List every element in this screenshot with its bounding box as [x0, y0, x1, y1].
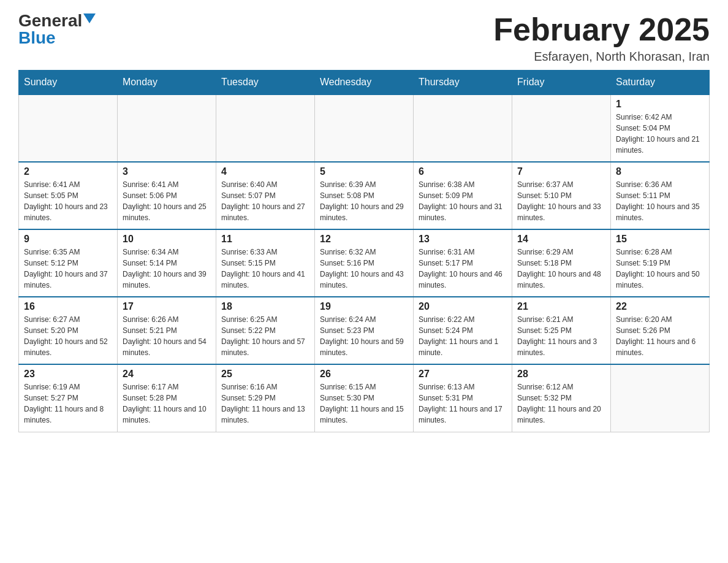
calendar-week-row: 2Sunrise: 6:41 AM Sunset: 5:05 PM Daylig…	[19, 162, 710, 229]
day-info: Sunrise: 6:33 AM Sunset: 5:15 PM Dayligh…	[221, 247, 309, 291]
calendar-day-cell: 24Sunrise: 6:17 AM Sunset: 5:28 PM Dayli…	[118, 364, 216, 432]
day-number: 3	[123, 166, 211, 177]
day-number: 10	[123, 234, 211, 245]
day-info: Sunrise: 6:38 AM Sunset: 5:09 PM Dayligh…	[419, 179, 507, 223]
calendar-day-cell: 22Sunrise: 6:20 AM Sunset: 5:26 PM Dayli…	[611, 297, 710, 364]
calendar-day-cell: 18Sunrise: 6:25 AM Sunset: 5:22 PM Dayli…	[216, 297, 315, 364]
calendar-day-cell: 28Sunrise: 6:12 AM Sunset: 5:32 PM Dayli…	[512, 364, 611, 432]
calendar-week-row: 1Sunrise: 6:42 AM Sunset: 5:04 PM Daylig…	[19, 94, 710, 162]
day-info: Sunrise: 6:29 AM Sunset: 5:18 PM Dayligh…	[517, 247, 605, 291]
day-info: Sunrise: 6:20 AM Sunset: 5:26 PM Dayligh…	[616, 314, 704, 358]
calendar-day-cell	[414, 94, 512, 162]
calendar-day-cell: 11Sunrise: 6:33 AM Sunset: 5:15 PM Dayli…	[216, 229, 315, 297]
day-info: Sunrise: 6:16 AM Sunset: 5:29 PM Dayligh…	[221, 381, 309, 426]
calendar-day-header: Friday	[512, 71, 611, 95]
day-info: Sunrise: 6:25 AM Sunset: 5:22 PM Dayligh…	[221, 314, 309, 358]
day-number: 26	[320, 369, 408, 380]
day-number: 19	[320, 301, 408, 312]
day-info: Sunrise: 6:39 AM Sunset: 5:08 PM Dayligh…	[320, 179, 408, 223]
day-info: Sunrise: 6:28 AM Sunset: 5:19 PM Dayligh…	[616, 247, 704, 291]
day-info: Sunrise: 6:13 AM Sunset: 5:31 PM Dayligh…	[419, 381, 507, 426]
day-number: 6	[419, 166, 507, 177]
day-number: 16	[24, 301, 112, 312]
calendar-day-cell	[512, 94, 611, 162]
day-number: 27	[419, 369, 507, 380]
day-info: Sunrise: 6:17 AM Sunset: 5:28 PM Dayligh…	[123, 381, 211, 426]
calendar-day-cell: 25Sunrise: 6:16 AM Sunset: 5:29 PM Dayli…	[216, 364, 315, 432]
day-number: 18	[221, 301, 309, 312]
calendar-day-header: Sunday	[19, 71, 118, 95]
calendar-day-cell: 19Sunrise: 6:24 AM Sunset: 5:23 PM Dayli…	[315, 297, 414, 364]
day-info: Sunrise: 6:42 AM Sunset: 5:04 PM Dayligh…	[616, 112, 704, 156]
day-number: 14	[517, 234, 605, 245]
calendar-day-cell: 6Sunrise: 6:38 AM Sunset: 5:09 PM Daylig…	[414, 162, 512, 229]
calendar-day-cell: 8Sunrise: 6:36 AM Sunset: 5:11 PM Daylig…	[611, 162, 710, 229]
day-number: 9	[24, 234, 112, 245]
logo-general-text: General	[18, 12, 82, 29]
month-title: February 2025	[493, 12, 710, 47]
calendar-day-cell: 23Sunrise: 6:19 AM Sunset: 5:27 PM Dayli…	[19, 364, 118, 432]
calendar-day-header: Tuesday	[216, 71, 315, 95]
calendar-day-header: Wednesday	[315, 71, 414, 95]
calendar-header-row: SundayMondayTuesdayWednesdayThursdayFrid…	[19, 71, 710, 95]
day-number: 28	[517, 369, 605, 380]
calendar-week-row: 16Sunrise: 6:27 AM Sunset: 5:20 PM Dayli…	[19, 297, 710, 364]
page-header: General Blue February 2025 Esfarayen, No…	[18, 12, 710, 64]
day-info: Sunrise: 6:40 AM Sunset: 5:07 PM Dayligh…	[221, 179, 309, 223]
calendar-day-header: Saturday	[611, 71, 710, 95]
day-info: Sunrise: 6:31 AM Sunset: 5:17 PM Dayligh…	[419, 247, 507, 291]
calendar-day-cell: 3Sunrise: 6:41 AM Sunset: 5:06 PM Daylig…	[118, 162, 216, 229]
day-number: 2	[24, 166, 112, 177]
calendar-table: SundayMondayTuesdayWednesdayThursdayFrid…	[18, 70, 710, 432]
calendar-day-cell: 4Sunrise: 6:40 AM Sunset: 5:07 PM Daylig…	[216, 162, 315, 229]
day-info: Sunrise: 6:35 AM Sunset: 5:12 PM Dayligh…	[24, 247, 112, 291]
day-info: Sunrise: 6:22 AM Sunset: 5:24 PM Dayligh…	[419, 314, 507, 358]
day-number: 4	[221, 166, 309, 177]
calendar-day-cell	[216, 94, 315, 162]
day-number: 23	[24, 369, 112, 380]
day-info: Sunrise: 6:36 AM Sunset: 5:11 PM Dayligh…	[616, 179, 704, 223]
logo-blue-text: Blue	[18, 29, 56, 47]
calendar-day-cell: 10Sunrise: 6:34 AM Sunset: 5:14 PM Dayli…	[118, 229, 216, 297]
calendar-day-header: Thursday	[414, 71, 512, 95]
calendar-day-cell: 9Sunrise: 6:35 AM Sunset: 5:12 PM Daylig…	[19, 229, 118, 297]
logo-triangle-icon	[83, 13, 96, 23]
calendar-day-cell: 2Sunrise: 6:41 AM Sunset: 5:05 PM Daylig…	[19, 162, 118, 229]
calendar-day-cell: 21Sunrise: 6:21 AM Sunset: 5:25 PM Dayli…	[512, 297, 611, 364]
day-number: 15	[616, 234, 704, 245]
day-number: 11	[221, 234, 309, 245]
day-info: Sunrise: 6:34 AM Sunset: 5:14 PM Dayligh…	[123, 247, 211, 291]
location-subtitle: Esfarayen, North Khorasan, Iran	[493, 50, 710, 64]
day-number: 12	[320, 234, 408, 245]
calendar-day-header: Monday	[118, 71, 216, 95]
day-number: 7	[517, 166, 605, 177]
day-info: Sunrise: 6:24 AM Sunset: 5:23 PM Dayligh…	[320, 314, 408, 358]
day-number: 22	[616, 301, 704, 312]
day-info: Sunrise: 6:19 AM Sunset: 5:27 PM Dayligh…	[24, 381, 112, 426]
day-info: Sunrise: 6:32 AM Sunset: 5:16 PM Dayligh…	[320, 247, 408, 291]
day-number: 13	[419, 234, 507, 245]
calendar-day-cell	[315, 94, 414, 162]
day-info: Sunrise: 6:37 AM Sunset: 5:10 PM Dayligh…	[517, 179, 605, 223]
day-info: Sunrise: 6:41 AM Sunset: 5:05 PM Dayligh…	[24, 179, 112, 223]
logo: General Blue	[18, 12, 96, 47]
day-info: Sunrise: 6:41 AM Sunset: 5:06 PM Dayligh…	[123, 179, 211, 223]
calendar-day-cell: 16Sunrise: 6:27 AM Sunset: 5:20 PM Dayli…	[19, 297, 118, 364]
day-number: 25	[221, 369, 309, 380]
calendar-day-cell: 1Sunrise: 6:42 AM Sunset: 5:04 PM Daylig…	[611, 94, 710, 162]
day-number: 21	[517, 301, 605, 312]
day-number: 5	[320, 166, 408, 177]
calendar-day-cell	[611, 364, 710, 432]
day-info: Sunrise: 6:27 AM Sunset: 5:20 PM Dayligh…	[24, 314, 112, 358]
calendar-day-cell: 7Sunrise: 6:37 AM Sunset: 5:10 PM Daylig…	[512, 162, 611, 229]
calendar-day-cell	[19, 94, 118, 162]
calendar-day-cell	[118, 94, 216, 162]
calendar-week-row: 9Sunrise: 6:35 AM Sunset: 5:12 PM Daylig…	[19, 229, 710, 297]
day-number: 8	[616, 166, 704, 177]
calendar-day-cell: 26Sunrise: 6:15 AM Sunset: 5:30 PM Dayli…	[315, 364, 414, 432]
day-info: Sunrise: 6:21 AM Sunset: 5:25 PM Dayligh…	[517, 314, 605, 358]
calendar-day-cell: 5Sunrise: 6:39 AM Sunset: 5:08 PM Daylig…	[315, 162, 414, 229]
day-number: 17	[123, 301, 211, 312]
calendar-day-cell: 20Sunrise: 6:22 AM Sunset: 5:24 PM Dayli…	[414, 297, 512, 364]
calendar-day-cell: 17Sunrise: 6:26 AM Sunset: 5:21 PM Dayli…	[118, 297, 216, 364]
